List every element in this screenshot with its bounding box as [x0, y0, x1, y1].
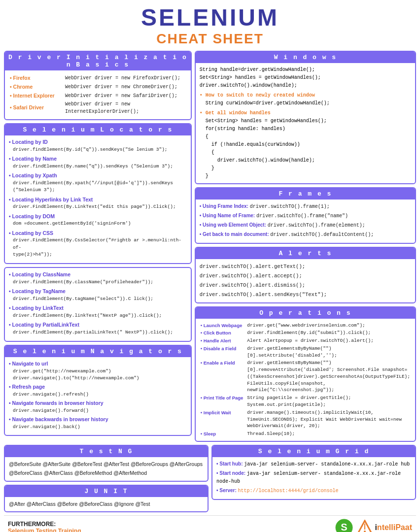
windows-code-line: { — [211, 149, 411, 157]
windows-highlight: • How to switch to newly created window — [200, 92, 411, 100]
frames-code: driver.switchTo().frame(element); — [268, 223, 365, 228]
footer-right: S intelliPaat — [335, 519, 412, 532]
locator-label: • Locating by ID — [9, 139, 48, 145]
table-row: • Print Title of Page String pagetitle =… — [200, 394, 411, 409]
grid-label: • Start node: — [216, 470, 245, 476]
frames-item: • Get back to main document: driver.swit… — [200, 231, 411, 238]
intellipaat-icon — [357, 520, 373, 532]
locator-item: • Locating by PartialLinkText driver.fin… — [9, 321, 187, 336]
nav-item: • Navigate backwards in browser history … — [9, 416, 187, 431]
table-row: • Safari Driver WebDriver driver = new I… — [10, 100, 186, 115]
locator-label: • Locating by CSS — [9, 230, 53, 236]
alert-code-line: driver.switchTO().alert.accept(); — [200, 271, 411, 281]
nav-label: • Refresh page — [9, 384, 45, 390]
frames-title: F r a m e s — [196, 188, 415, 200]
ops-code: driver.get("www.webdriverinselenium.com"… — [246, 322, 411, 330]
windows-code-line: Set<String> handles = getWindowHandles()… — [200, 74, 411, 82]
table-row: • Internet Explorer WebDriver driver = n… — [10, 92, 186, 100]
grid-item: • Server: http://localhost:4444/grid/con… — [216, 487, 411, 495]
intellipaat-logo: intelliPaat — [357, 520, 412, 532]
locator-label: • Locating Hyperlinks by Link Text — [9, 197, 93, 202]
frames-label: • Using Name of Frame: — [200, 213, 255, 218]
nav-code: driver.navigate().refresh() — [13, 391, 187, 398]
training-link[interactable]: Selenium Testing Training — [8, 528, 81, 532]
nav-item: • Refresh page driver.navigate().refresh… — [9, 383, 187, 398]
nav-label: • Navigate to url — [9, 361, 48, 366]
windows-section: W i n d o w s String handle=driver.getWi… — [195, 51, 416, 184]
table-row: • Handle Alert Alert Alertpopup = driver… — [200, 337, 411, 345]
ops-label: • Enable a Field — [200, 359, 246, 394]
frames-code: driver.switchTO().frame(1); — [250, 204, 330, 209]
navigators-content: • Navigate to url driver.get("http://new… — [5, 357, 191, 435]
locator-code: driver.findElement(By.id("q")).sendKeys(… — [13, 146, 187, 153]
driver-code: WebDriver driver = new FirefoxDriver(); — [65, 74, 186, 82]
grid-section: S e l e n i u m G r i d • Start hub: jav… — [211, 445, 416, 500]
windows-highlight2: • Get all window handles — [200, 109, 411, 117]
alert-code-line: driver.switchTO().alert.getText(); — [200, 262, 411, 271]
locator-label: • Locating by PartialLinkText — [9, 322, 79, 328]
grid-code: http://localhost:4444/grid/console — [238, 488, 339, 494]
ops-label: • Handle Alert — [200, 337, 246, 345]
locator-item: • Locating by DOM dom =document.getEleme… — [9, 213, 187, 228]
frames-content: • Using Frame Index: driver.switchTO().f… — [196, 200, 415, 243]
locator-item: • Locating by ID driver.findElement(By.i… — [9, 138, 187, 153]
locator-code: driver.findElement(By.name("q")).sendKey… — [13, 163, 187, 170]
windows-code-line: String handle=driver.getWindowHandle(); — [200, 66, 411, 74]
frames-label: • Using Frame Index: — [200, 203, 248, 209]
table-row: • Implicit Wait driver.manage().timeouts… — [200, 409, 411, 430]
locators-content: • Locating by ID driver.findElement(By.i… — [5, 135, 191, 263]
operations-section: O p e r a t i o n s • Launch Webpage dri… — [195, 306, 416, 442]
locator-code: driver.FindElement(By.CssSelector("#righ… — [13, 237, 187, 258]
ops-code: Alert Alertpopup = driver.switchTO().ale… — [246, 337, 411, 345]
junit-section: J U N I T @After @AfterClass @Before @Be… — [4, 485, 209, 513]
windows-highlight2-label: • Get all window handles — [200, 110, 271, 116]
main-grid: D r i v e r I n i t i a l i z a t i o n … — [4, 51, 416, 442]
grid-label: • Start hub: — [216, 461, 243, 466]
junit-content: @After @AfterClass @Before @BeforeClass … — [5, 497, 208, 512]
alerts-title: A l e r t s — [196, 248, 415, 259]
ops-label: • Disable a Field — [200, 345, 246, 360]
driver-label: • Firefox — [10, 74, 64, 82]
driver-table: • Firefox WebDriver driver = new Firefox… — [9, 73, 187, 116]
bottom-grid: T e s t N G @BeforeSuite @AfterSuite @Be… — [4, 445, 416, 513]
frames-item: • Using Frame Index: driver.switchTO().f… — [200, 202, 411, 210]
ops-label: • Launch Webpage — [200, 322, 246, 330]
junit-title: J U N I T — [5, 486, 208, 497]
navigators-section: S e l e n i u m N a v i g a t o r s • Na… — [4, 345, 192, 436]
ops-table: • Launch Webpage driver.get("www.webdriv… — [200, 322, 411, 438]
driver-label: • Internet Explorer — [10, 92, 64, 100]
windows-code-line: } — [206, 172, 411, 180]
driver-init-section: D r i v e r I n i t i a l i z a t i o n … — [4, 51, 192, 120]
ops-label: • Print Title of Page — [200, 394, 246, 409]
footer-left: FURTHERMORE: Selenium Testing Training — [8, 521, 81, 532]
locator-item: • Locating by CSS driver.FindElement(By.… — [9, 230, 187, 259]
junit-text: @After @AfterClass @Before @BeforeClass … — [9, 501, 150, 507]
frames-item: • Using Name of Frame: driver.switchTo()… — [200, 212, 411, 220]
alerts-content: driver.switchTO().alert.getText(); drive… — [196, 259, 415, 302]
grid-item: • Start hub: java-jar selenium-server- s… — [216, 460, 411, 468]
nav-item: • Navigate to url driver.get("http://new… — [9, 360, 187, 382]
windows-code-line: } — [211, 165, 411, 172]
table-row: • Chrome WebDriver driver = new ChromeDr… — [10, 83, 186, 91]
locator-code: driver.findElement(By.xpath("//input[@id… — [13, 180, 187, 194]
ops-label: • Click Button — [200, 329, 246, 337]
locator-item: • Locating by LinkText driver.findElemen… — [9, 304, 187, 319]
locator-code: driver.findElement(By.tagName("select"))… — [13, 296, 187, 302]
driver-code: WebDriver driver = new InternetExplorerD… — [65, 100, 186, 115]
frames-code: driver.switchTo().frame("name") — [256, 213, 348, 219]
table-row: • Click Button driver.findElement(By.id(… — [200, 329, 411, 337]
frames-code: driver.switchTO().defaultContent(); — [270, 232, 374, 237]
locator-label: • Locating by ClassName — [9, 271, 70, 277]
grid-item: • Start node: java-jar selenium-server- … — [216, 469, 411, 485]
ops-label: • Sleep — [200, 430, 246, 438]
locator-code: driver.FindElement(By.LinkText("edit thi… — [13, 203, 187, 210]
driver-code: WebDriver driver = new SafariDriver(); — [65, 92, 186, 100]
windows-code-line: driver.switchTo().window(handle); — [200, 82, 411, 90]
locator-label: • Locating by Name — [9, 156, 57, 162]
grid-title: S e l e n i u m G r i d — [212, 446, 415, 457]
frames-section: F r a m e s • Using Frame Index: driver.… — [195, 187, 416, 244]
main-title: SELENIUM — [4, 4, 416, 31]
operations-title: O p e r a t i o n s — [196, 307, 415, 319]
locator-code: driver.findElement(By.className("profile… — [13, 279, 187, 286]
navigators-title: S e l e n i u m N a v i g a t o r s — [5, 346, 191, 357]
